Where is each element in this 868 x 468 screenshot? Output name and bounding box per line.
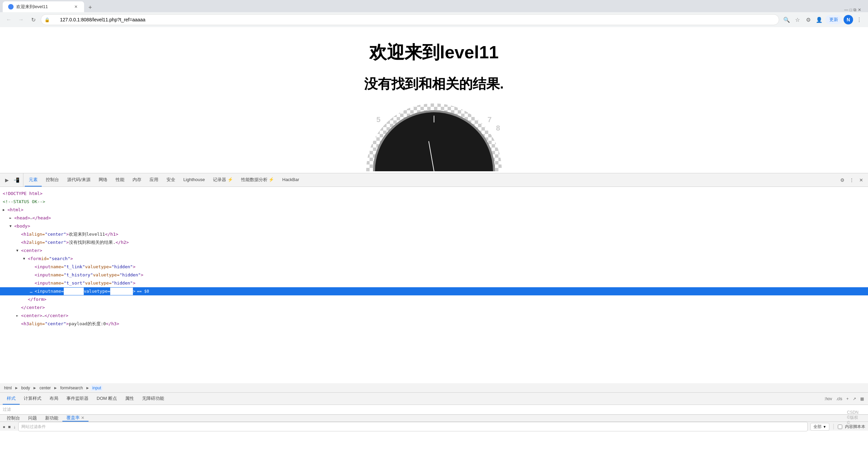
drawer-tab-coverage[interactable]: 覆盖率 ✕: [62, 415, 88, 422]
tab-hackbar[interactable]: HackBar: [278, 173, 303, 187]
tab-perf-insights[interactable]: 性能数据分析 ⚡: [237, 173, 278, 187]
tab-security[interactable]: 安全: [162, 173, 179, 187]
clock-7: 7: [488, 115, 492, 124]
dom-head[interactable]: ► <head> … </head>: [0, 214, 868, 222]
dom-input-t_history: <input name= "t_history" value type= "hi…: [0, 271, 868, 279]
menu-icon[interactable]: ⋮: [854, 15, 864, 24]
content-script-checkbox[interactable]: [838, 425, 842, 429]
tab-close-button[interactable]: ✕: [73, 4, 79, 9]
add-style-action[interactable]: +: [845, 396, 850, 402]
styles-tab-dom-breakpoints[interactable]: DOM 断点: [93, 393, 121, 405]
drawer-tab-issues[interactable]: 问题: [24, 415, 41, 422]
window-minimize[interactable]: —: [844, 7, 848, 12]
devtools-panel: ▶ 📲 元素 控制台 源代码/来源 网络 性能 内存 应用 安全 Lightho…: [0, 173, 868, 431]
drawer-tab-console[interactable]: 控制台: [3, 415, 24, 422]
address-bar: ← → ↻ 🔒 127.0.0.1:8088/level11.php?t_ref…: [0, 12, 868, 27]
tab-elements[interactable]: 元素: [25, 173, 42, 187]
account-icon[interactable]: 👤: [814, 15, 824, 24]
filter-all-container: 全部 ▼: [810, 423, 829, 431]
styles-tab-events[interactable]: 事件监听器: [62, 393, 93, 405]
hover-action[interactable]: :hov: [823, 396, 833, 402]
back-button[interactable]: ←: [4, 15, 14, 24]
coverage-download-icon[interactable]: ↓: [14, 424, 16, 429]
dom-doctype: <!DOCTYPE html>: [0, 190, 868, 198]
device-icon[interactable]: 📲: [12, 176, 20, 184]
dom-input-t_link: <input name= "t_link" value type= "hidde…: [0, 263, 868, 271]
filter-placeholder: 网站过滤条件: [21, 424, 46, 430]
styles-tab-properties[interactable]: 属性: [121, 393, 138, 405]
new-window-action[interactable]: ↗: [851, 396, 857, 402]
address-input[interactable]: 🔒 127.0.0.1:8088/level11.php?t_ref=aaaaa: [41, 14, 779, 25]
dom-form[interactable]: ▼ <form id= "search" >: [0, 255, 868, 263]
drawer-content: ● ■ ↓ 网站过滤条件 全部 ▼ 内容脚本本 CSDN ©版权©: [0, 422, 868, 431]
window-restore[interactable]: ⧉: [853, 7, 856, 12]
bookmark-icon[interactable]: ☆: [793, 15, 802, 24]
cls-action[interactable]: .cls: [835, 396, 844, 402]
tab-recorder[interactable]: 记录器 ⚡: [209, 173, 237, 187]
dom-center-close: </center>: [0, 304, 868, 312]
styles-tabs: 样式 计算样式 布局 事件监听器 DOM 断点 属性 无障碍功能 :hov .c…: [0, 393, 868, 405]
forward-button[interactable]: →: [16, 15, 26, 24]
drawer: 控制台 问题 新功能 覆盖率 ✕ ● ■ ↓ 网站过滤条件: [0, 414, 868, 431]
browser-window: 欢迎来到level11 ✕ + — □ ⧉ ✕ ← → ↻ 🔒 127.0.0.…: [0, 0, 868, 431]
filter-all-text: 全部: [813, 424, 822, 430]
active-tab[interactable]: 欢迎来到level11 ✕: [3, 1, 84, 12]
copy-action[interactable]: ▦: [859, 396, 865, 402]
close-devtools-icon[interactable]: ✕: [857, 176, 865, 184]
breadcrumb-center[interactable]: center: [38, 385, 52, 391]
dom-panel: <!DOCTYPE html> <!--STATUS OK--> ▶ <html…: [0, 187, 868, 383]
dom-h3: <h3 align= "center" > payload的长度:0 </h3>: [0, 320, 868, 328]
vertical-divider: [833, 424, 834, 429]
settings-icon[interactable]: ⚙: [838, 176, 846, 184]
tab-lighthouse[interactable]: Lighthouse: [179, 173, 209, 187]
coverage-start-icon[interactable]: ●: [3, 424, 5, 429]
update-button[interactable]: 更新: [825, 15, 842, 24]
page-subtitle: 没有找到和相关的结果.: [364, 75, 504, 93]
window-maximize[interactable]: □: [850, 7, 852, 12]
extensions-icon[interactable]: ⚙: [804, 15, 813, 24]
breadcrumb-html[interactable]: html: [3, 385, 13, 391]
filter-input-coverage[interactable]: 网站过滤条件: [18, 422, 808, 431]
tab-title: 欢迎来到level11: [16, 4, 71, 10]
filter-dropdown-icon[interactable]: ▼: [823, 425, 826, 429]
clock-8: 8: [496, 124, 500, 133]
profile-button[interactable]: N: [844, 15, 853, 24]
breadcrumb-body[interactable]: body: [20, 385, 32, 391]
drawer-tab-coverage-close[interactable]: ✕: [81, 415, 84, 420]
dom-body[interactable]: ▼ <body>: [0, 222, 868, 230]
tab-network[interactable]: 网络: [95, 173, 112, 187]
search-icon[interactable]: 🔍: [782, 15, 791, 24]
styles-tab-styles[interactable]: 样式: [3, 393, 20, 405]
styles-tab-accessibility[interactable]: 无障碍功能: [138, 393, 168, 405]
styles-tab-computed[interactable]: 计算样式: [20, 393, 45, 405]
coverage-stop-icon[interactable]: ■: [8, 424, 11, 429]
breadcrumb-input[interactable]: input: [91, 385, 102, 391]
refresh-button[interactable]: ↻: [28, 15, 38, 24]
breadcrumb-form[interactable]: form#search: [59, 385, 84, 391]
dom-input-t_sort: <input name= "t_sort" value type= "hidde…: [0, 279, 868, 287]
address-text: 127.0.0.1:8088/level11.php?t_ref=aaaaa: [52, 17, 145, 22]
window-close[interactable]: ✕: [858, 7, 861, 12]
styles-tab-layout[interactable]: 布局: [45, 393, 62, 405]
tab-strip: 欢迎来到level11 ✕ + — □ ⧉ ✕: [0, 0, 868, 12]
dom-html-open[interactable]: ▶ <html>: [0, 206, 868, 214]
dom-h2: <h2 align= "center" > 没有找到和相关的结果. </h2>: [0, 238, 868, 247]
dom-form-close: </form>: [0, 295, 868, 304]
page-content: 欢迎来到level11 没有找到和相关的结果. 5 7 8: [0, 27, 868, 173]
tab-memory[interactable]: 内存: [129, 173, 145, 187]
tab-sources[interactable]: 源代码/来源: [63, 173, 95, 187]
tab-favicon: [8, 4, 14, 9]
dom-comment: <!--STATUS OK-->: [0, 198, 868, 206]
inspect-icon[interactable]: ▶: [3, 176, 11, 184]
new-tab-button[interactable]: +: [85, 3, 95, 12]
lock-icon: 🔒: [44, 17, 50, 22]
drawer-tab-new-features[interactable]: 新功能: [41, 415, 62, 422]
tab-application[interactable]: 应用: [145, 173, 162, 187]
tab-console[interactable]: 控制台: [42, 173, 63, 187]
dom-input-t_ref[interactable]: … <input name= "t_ref" value type= "hidd…: [0, 287, 868, 295]
more-icon[interactable]: ⋮: [848, 176, 856, 184]
dom-center[interactable]: ▼ <center>: [0, 247, 868, 255]
page-title: 欢迎来到level11: [369, 41, 499, 64]
tab-performance[interactable]: 性能: [112, 173, 129, 187]
dom-center2[interactable]: ► <center> … </center>: [0, 312, 868, 320]
